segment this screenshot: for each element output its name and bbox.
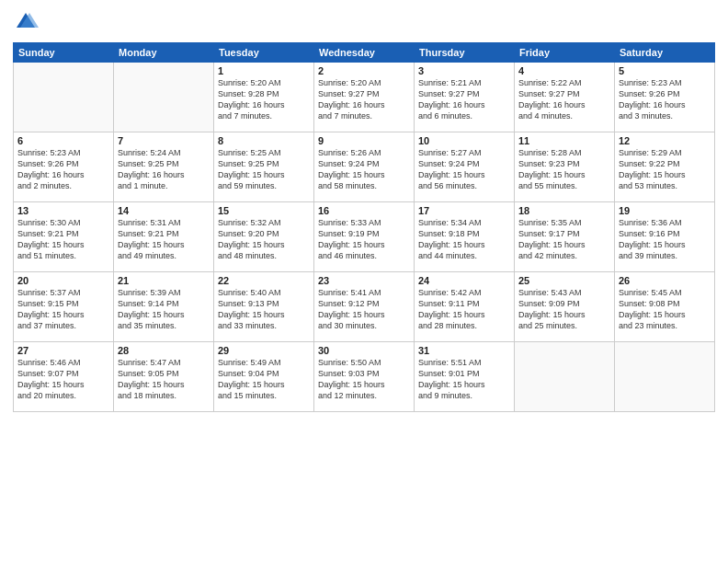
day-number: 6 xyxy=(17,135,109,146)
day-info: Sunrise: 5:23 AM Sunset: 9:26 PM Dayligh… xyxy=(17,147,109,192)
day-number: 17 xyxy=(418,205,510,216)
day-number: 29 xyxy=(218,345,310,356)
day-number: 28 xyxy=(118,345,210,356)
day-number: 18 xyxy=(518,205,610,216)
calendar-cell: 22Sunrise: 5:40 AM Sunset: 9:13 PM Dayli… xyxy=(214,272,314,342)
calendar-cell: 9Sunrise: 5:26 AM Sunset: 9:24 PM Daylig… xyxy=(314,132,415,202)
calendar-cell: 13Sunrise: 5:30 AM Sunset: 9:21 PM Dayli… xyxy=(14,202,114,272)
day-number: 20 xyxy=(17,275,109,286)
calendar-cell: 15Sunrise: 5:32 AM Sunset: 9:20 PM Dayli… xyxy=(214,202,314,272)
day-number: 7 xyxy=(118,135,210,146)
day-info: Sunrise: 5:34 AM Sunset: 9:18 PM Dayligh… xyxy=(418,217,510,262)
day-info: Sunrise: 5:27 AM Sunset: 9:24 PM Dayligh… xyxy=(418,147,510,192)
calendar-week-4: 20Sunrise: 5:37 AM Sunset: 9:15 PM Dayli… xyxy=(14,272,715,342)
day-info: Sunrise: 5:45 AM Sunset: 9:08 PM Dayligh… xyxy=(619,287,711,332)
day-number: 12 xyxy=(619,135,711,146)
day-number: 22 xyxy=(218,275,310,286)
day-number: 23 xyxy=(318,275,410,286)
day-number: 13 xyxy=(17,205,109,216)
day-info: Sunrise: 5:28 AM Sunset: 9:23 PM Dayligh… xyxy=(518,147,610,192)
day-number: 3 xyxy=(418,65,510,76)
day-info: Sunrise: 5:26 AM Sunset: 9:24 PM Dayligh… xyxy=(318,147,410,192)
day-number: 1 xyxy=(218,65,310,76)
day-info: Sunrise: 5:29 AM Sunset: 9:22 PM Dayligh… xyxy=(619,147,711,192)
calendar-cell xyxy=(14,63,114,132)
calendar-cell: 5Sunrise: 5:23 AM Sunset: 9:26 PM Daylig… xyxy=(615,63,715,132)
day-info: Sunrise: 5:21 AM Sunset: 9:27 PM Dayligh… xyxy=(418,77,510,122)
day-info: Sunrise: 5:33 AM Sunset: 9:19 PM Dayligh… xyxy=(318,217,410,262)
weekday-header-sunday: Sunday xyxy=(14,43,114,63)
day-number: 21 xyxy=(118,275,210,286)
weekday-header-monday: Monday xyxy=(114,43,214,63)
calendar-cell: 27Sunrise: 5:46 AM Sunset: 9:07 PM Dayli… xyxy=(14,342,114,412)
day-info: Sunrise: 5:24 AM Sunset: 9:25 PM Dayligh… xyxy=(118,147,210,192)
day-number: 2 xyxy=(318,65,410,76)
calendar-cell: 6Sunrise: 5:23 AM Sunset: 9:26 PM Daylig… xyxy=(14,132,114,202)
day-info: Sunrise: 5:46 AM Sunset: 9:07 PM Dayligh… xyxy=(17,357,109,402)
day-info: Sunrise: 5:37 AM Sunset: 9:15 PM Dayligh… xyxy=(17,287,109,332)
day-number: 9 xyxy=(318,135,410,146)
calendar-cell xyxy=(515,342,615,412)
page: SundayMondayTuesdayWednesdayThursdayFrid… xyxy=(0,0,728,563)
calendar-body: 1Sunrise: 5:20 AM Sunset: 9:28 PM Daylig… xyxy=(14,63,715,412)
day-number: 10 xyxy=(418,135,510,146)
calendar-cell: 19Sunrise: 5:36 AM Sunset: 9:16 PM Dayli… xyxy=(615,202,715,272)
calendar-cell: 11Sunrise: 5:28 AM Sunset: 9:23 PM Dayli… xyxy=(515,132,615,202)
calendar-cell: 7Sunrise: 5:24 AM Sunset: 9:25 PM Daylig… xyxy=(114,132,214,202)
day-number: 5 xyxy=(619,65,711,76)
day-info: Sunrise: 5:30 AM Sunset: 9:21 PM Dayligh… xyxy=(17,217,109,262)
day-info: Sunrise: 5:36 AM Sunset: 9:16 PM Dayligh… xyxy=(619,217,711,262)
day-info: Sunrise: 5:51 AM Sunset: 9:01 PM Dayligh… xyxy=(418,357,510,402)
calendar-header: SundayMondayTuesdayWednesdayThursdayFrid… xyxy=(14,43,715,63)
day-info: Sunrise: 5:50 AM Sunset: 9:03 PM Dayligh… xyxy=(318,357,410,402)
day-info: Sunrise: 5:40 AM Sunset: 9:13 PM Dayligh… xyxy=(218,287,310,332)
calendar-cell: 21Sunrise: 5:39 AM Sunset: 9:14 PM Dayli… xyxy=(114,272,214,342)
day-info: Sunrise: 5:20 AM Sunset: 9:28 PM Dayligh… xyxy=(218,77,310,122)
day-info: Sunrise: 5:31 AM Sunset: 9:21 PM Dayligh… xyxy=(118,217,210,262)
day-number: 19 xyxy=(619,205,711,216)
calendar-cell: 29Sunrise: 5:49 AM Sunset: 9:04 PM Dayli… xyxy=(214,342,314,412)
calendar-week-1: 1Sunrise: 5:20 AM Sunset: 9:28 PM Daylig… xyxy=(14,63,715,132)
day-info: Sunrise: 5:42 AM Sunset: 9:11 PM Dayligh… xyxy=(418,287,510,332)
day-info: Sunrise: 5:49 AM Sunset: 9:04 PM Dayligh… xyxy=(218,357,310,402)
weekday-header-row: SundayMondayTuesdayWednesdayThursdayFrid… xyxy=(14,43,715,63)
day-info: Sunrise: 5:39 AM Sunset: 9:14 PM Dayligh… xyxy=(118,287,210,332)
calendar-cell: 26Sunrise: 5:45 AM Sunset: 9:08 PM Dayli… xyxy=(615,272,715,342)
day-info: Sunrise: 5:43 AM Sunset: 9:09 PM Dayligh… xyxy=(518,287,610,332)
logo-icon xyxy=(13,9,39,35)
day-info: Sunrise: 5:47 AM Sunset: 9:05 PM Dayligh… xyxy=(118,357,210,402)
calendar-cell xyxy=(615,342,715,412)
day-number: 16 xyxy=(318,205,410,216)
calendar-cell: 25Sunrise: 5:43 AM Sunset: 9:09 PM Dayli… xyxy=(515,272,615,342)
calendar-cell: 17Sunrise: 5:34 AM Sunset: 9:18 PM Dayli… xyxy=(415,202,515,272)
calendar-cell: 4Sunrise: 5:22 AM Sunset: 9:27 PM Daylig… xyxy=(515,63,615,132)
day-number: 30 xyxy=(318,345,410,356)
calendar-cell: 24Sunrise: 5:42 AM Sunset: 9:11 PM Dayli… xyxy=(415,272,515,342)
calendar-cell: 2Sunrise: 5:20 AM Sunset: 9:27 PM Daylig… xyxy=(314,63,415,132)
day-info: Sunrise: 5:32 AM Sunset: 9:20 PM Dayligh… xyxy=(218,217,310,262)
calendar-table: SundayMondayTuesdayWednesdayThursdayFrid… xyxy=(13,42,715,412)
calendar-cell: 12Sunrise: 5:29 AM Sunset: 9:22 PM Dayli… xyxy=(615,132,715,202)
day-info: Sunrise: 5:35 AM Sunset: 9:17 PM Dayligh… xyxy=(518,217,610,262)
day-info: Sunrise: 5:41 AM Sunset: 9:12 PM Dayligh… xyxy=(318,287,410,332)
calendar-cell xyxy=(114,63,214,132)
weekday-header-tuesday: Tuesday xyxy=(214,43,314,63)
calendar-cell: 1Sunrise: 5:20 AM Sunset: 9:28 PM Daylig… xyxy=(214,63,314,132)
weekday-header-saturday: Saturday xyxy=(615,43,715,63)
calendar-cell: 28Sunrise: 5:47 AM Sunset: 9:05 PM Dayli… xyxy=(114,342,214,412)
day-number: 27 xyxy=(17,345,109,356)
day-number: 11 xyxy=(518,135,610,146)
calendar-week-3: 13Sunrise: 5:30 AM Sunset: 9:21 PM Dayli… xyxy=(14,202,715,272)
calendar-week-5: 27Sunrise: 5:46 AM Sunset: 9:07 PM Dayli… xyxy=(14,342,715,412)
calendar-cell: 20Sunrise: 5:37 AM Sunset: 9:15 PM Dayli… xyxy=(14,272,114,342)
calendar-cell: 18Sunrise: 5:35 AM Sunset: 9:17 PM Dayli… xyxy=(515,202,615,272)
calendar-cell: 16Sunrise: 5:33 AM Sunset: 9:19 PM Dayli… xyxy=(314,202,415,272)
header xyxy=(13,9,715,35)
calendar-cell: 10Sunrise: 5:27 AM Sunset: 9:24 PM Dayli… xyxy=(415,132,515,202)
logo xyxy=(13,9,42,35)
weekday-header-friday: Friday xyxy=(515,43,615,63)
day-number: 25 xyxy=(518,275,610,286)
day-info: Sunrise: 5:25 AM Sunset: 9:25 PM Dayligh… xyxy=(218,147,310,192)
day-number: 4 xyxy=(518,65,610,76)
calendar-cell: 8Sunrise: 5:25 AM Sunset: 9:25 PM Daylig… xyxy=(214,132,314,202)
